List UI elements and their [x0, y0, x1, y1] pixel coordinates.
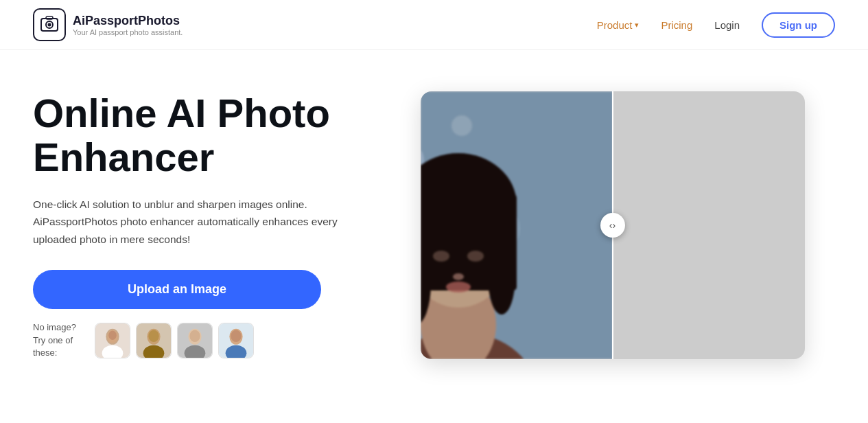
upload-button[interactable]: Upload an Image: [33, 270, 321, 309]
svg-point-39: [446, 282, 471, 293]
sample-thumb-1[interactable]: [95, 323, 130, 358]
svg-point-8: [108, 330, 117, 339]
hero-description: One-click AI solution to unblur and shar…: [33, 196, 349, 249]
chevron-down-icon: ▾: [635, 21, 639, 30]
hero-title: Online AI Photo Enhancer: [33, 91, 362, 179]
main-nav: Product ▾ Pricing Login Sign up: [597, 12, 835, 38]
handle-arrows-icon: ‹›: [609, 220, 615, 231]
logo-title: AiPassportPhotos: [73, 14, 183, 28]
sample-row: No image?Try one ofthese:: [33, 321, 362, 359]
comparison-visual: ‹›: [421, 91, 805, 359]
logo[interactable]: AiPassportPhotos Your AI passport photo …: [33, 8, 183, 41]
logo-icon: [33, 8, 66, 41]
logo-subtitle: Your AI passport photo assistant.: [73, 28, 183, 36]
svg-point-3: [48, 23, 51, 27]
hero-left: Online AI Photo Enhancer One-click AI so…: [33, 91, 362, 359]
comparison-panel: ‹›: [390, 91, 835, 359]
svg-point-36: [433, 251, 449, 262]
sample-label: No image?Try one ofthese:: [33, 321, 88, 359]
comparison-handle[interactable]: ‹›: [600, 213, 625, 238]
nav-product[interactable]: Product ▾: [597, 19, 640, 31]
svg-point-26: [451, 115, 472, 136]
svg-point-12: [148, 330, 159, 341]
nav-pricing[interactable]: Pricing: [661, 19, 692, 31]
nav-login[interactable]: Login: [714, 19, 740, 31]
svg-point-38: [453, 273, 464, 280]
svg-point-35: [488, 239, 515, 315]
after-side: [613, 91, 805, 359]
logo-text: AiPassportPhotos Your AI passport photo …: [73, 14, 183, 36]
before-side: [421, 91, 613, 359]
sample-thumb-4[interactable]: [218, 323, 254, 358]
svg-point-20: [231, 330, 241, 341]
sample-thumb-2[interactable]: [136, 323, 172, 358]
svg-point-37: [467, 251, 484, 262]
sample-thumb-3[interactable]: [177, 323, 213, 358]
signup-button[interactable]: Sign up: [762, 12, 835, 38]
svg-point-16: [189, 330, 200, 341]
main-content: Online AI Photo Enhancer One-click AI so…: [0, 50, 868, 387]
sample-thumbs: [95, 323, 254, 358]
comparison-container: ‹›: [421, 91, 805, 359]
